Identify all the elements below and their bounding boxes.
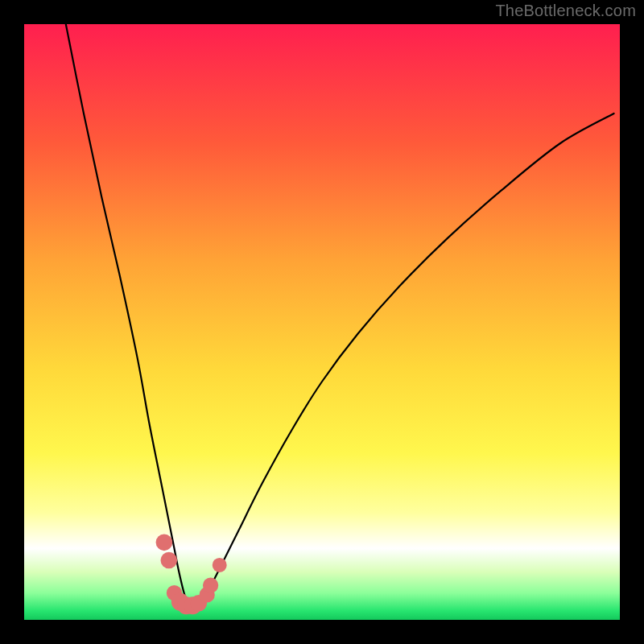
gradient-background — [24, 24, 620, 620]
curve-marker — [203, 577, 218, 592]
watermark-text: TheBottleneck.com — [495, 2, 636, 20]
curve-marker — [160, 552, 177, 569]
chart-stage: TheBottleneck.com — [0, 0, 644, 644]
chart-svg — [24, 24, 620, 620]
curve-marker — [156, 534, 173, 551]
plot-area — [24, 24, 620, 620]
curve-marker — [213, 558, 227, 572]
